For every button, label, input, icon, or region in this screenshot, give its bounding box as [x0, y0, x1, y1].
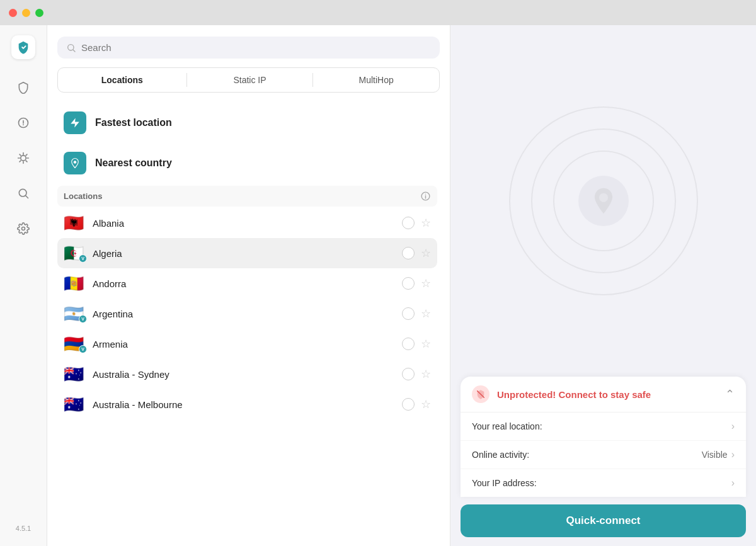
- info-row-ip[interactable]: Your IP address: ›: [461, 469, 746, 497]
- activity-chevron: ›: [731, 449, 735, 460]
- locations-section-header: Locations: [57, 186, 437, 207]
- country-name-australia-sydney: Australia - Sydney: [93, 369, 402, 380]
- albania-actions: ☆: [402, 217, 431, 229]
- country-name-argentina: Argentina: [93, 309, 402, 319]
- location-value: ›: [731, 421, 735, 432]
- vpn-center-logo: [578, 176, 629, 226]
- australia-sydney-favorite[interactable]: ☆: [421, 368, 431, 380]
- flag-andorra: 🇦🇩: [64, 275, 84, 292]
- close-button[interactable]: [9, 9, 17, 17]
- app-logo: [11, 35, 35, 59]
- country-name-andorra: Andorra: [93, 278, 402, 289]
- ip-value: ›: [731, 477, 735, 489]
- sidebar-item-virus[interactable]: [13, 147, 34, 169]
- shield-logo-icon: [16, 40, 30, 54]
- rings-container: [509, 106, 698, 295]
- country-name-australia-melbourne: Australia - Melbourne: [93, 399, 402, 410]
- vpn-logo-icon: [590, 187, 617, 215]
- country-row-australia-melbourne[interactable]: 🇦🇺 Australia - Melbourne ☆: [57, 389, 437, 419]
- armenia-actions: ☆: [402, 338, 431, 350]
- search-input[interactable]: [81, 42, 431, 53]
- andorra-favorite[interactable]: ☆: [421, 278, 431, 289]
- gear-icon: [17, 222, 30, 235]
- svg-line-14: [73, 50, 75, 52]
- country-name-armenia: Armenia: [93, 339, 402, 350]
- albania-favorite[interactable]: ☆: [421, 217, 431, 229]
- argentina-radio[interactable]: [402, 307, 415, 320]
- australia-melbourne-radio[interactable]: [402, 398, 415, 411]
- algeria-favorite[interactable]: ☆: [421, 247, 431, 259]
- sidebar-item-shield[interactable]: [13, 77, 34, 98]
- pin-icon: [69, 157, 81, 169]
- algeria-radio[interactable]: [402, 247, 415, 259]
- algeria-actions: ☆: [402, 247, 431, 259]
- ip-chevron: ›: [731, 477, 735, 489]
- section-header-text: Locations: [64, 191, 102, 201]
- info-icon[interactable]: [420, 191, 431, 202]
- australia-melbourne-actions: ☆: [402, 398, 431, 411]
- country-row-armenia[interactable]: 🇦🇲 V Armenia ☆: [57, 329, 437, 359]
- fastest-location-label: Fastest location: [95, 117, 172, 128]
- argentina-actions: ☆: [402, 307, 431, 320]
- flag-argentina: 🇦🇷 V: [64, 305, 84, 322]
- shield-slash-icon: [472, 385, 490, 403]
- albania-radio[interactable]: [402, 217, 415, 229]
- nearest-country-label: Nearest country: [95, 157, 172, 169]
- info-row-location[interactable]: Your real location: ›: [461, 412, 746, 441]
- quick-connect-button[interactable]: Quick-connect: [461, 504, 746, 537]
- svg-line-7: [26, 161, 27, 162]
- alert-icon: [17, 117, 30, 129]
- flag-armenia: 🇦🇲 V: [64, 336, 84, 352]
- armenia-favorite[interactable]: ☆: [421, 338, 431, 350]
- tab-locations[interactable]: Locations: [59, 69, 185, 91]
- country-name-albania: Albania: [93, 218, 402, 229]
- sidebar-item-alerts[interactable]: [13, 112, 34, 134]
- country-row-andorra[interactable]: 🇦🇩 Andorra ☆: [57, 268, 437, 299]
- sidebar: 4.5.1: [0, 25, 47, 546]
- expand-icon[interactable]: ⌃: [725, 387, 735, 401]
- fastest-location-item[interactable]: Fastest location: [57, 104, 437, 142]
- vpn-visual: [450, 25, 756, 377]
- svg-point-15: [74, 161, 77, 164]
- country-row-argentina[interactable]: 🇦🇷 V Argentina ☆: [57, 299, 437, 329]
- australia-melbourne-favorite[interactable]: ☆: [421, 399, 431, 410]
- andorra-radio[interactable]: [402, 277, 415, 290]
- andorra-actions: ☆: [402, 277, 431, 290]
- country-name-algeria: Algeria: [93, 248, 402, 259]
- bolt-icon: [69, 117, 81, 128]
- v-badge-armenia: V: [79, 345, 87, 353]
- unprotected-text: Unprotected! Connect to stay safe: [497, 389, 651, 400]
- sidebar-nav: [13, 77, 34, 525]
- tab-static-ip[interactable]: Static IP: [187, 69, 313, 91]
- minimize-button[interactable]: [22, 9, 30, 17]
- svg-point-18: [425, 194, 426, 195]
- location-chevron: ›: [731, 421, 735, 432]
- v-badge-algeria: V: [79, 254, 87, 263]
- country-row-algeria[interactable]: 🇩🇿 V Algeria ☆: [57, 238, 437, 268]
- search-bar[interactable]: [57, 37, 440, 59]
- maximize-button[interactable]: [35, 9, 43, 17]
- argentina-favorite[interactable]: ☆: [421, 308, 431, 319]
- tab-multihop[interactable]: MultiHop: [313, 69, 439, 91]
- svg-line-6: [20, 154, 21, 156]
- svg-line-8: [20, 161, 21, 162]
- virus-icon: [17, 152, 30, 164]
- unprotected-bar[interactable]: Unprotected! Connect to stay safe ⌃: [461, 377, 746, 412]
- country-row-australia-sydney[interactable]: 🇦🇺 Australia - Sydney ☆: [57, 359, 437, 389]
- sidebar-item-settings[interactable]: [13, 218, 34, 239]
- australia-sydney-actions: ☆: [402, 368, 431, 380]
- search-icon: [17, 187, 30, 200]
- nearest-country-item[interactable]: Nearest country: [57, 144, 437, 182]
- info-panel: Unprotected! Connect to stay safe ⌃ Your…: [461, 377, 746, 497]
- armenia-radio[interactable]: [402, 338, 415, 350]
- country-row-albania[interactable]: 🇦🇱 Albania ☆: [57, 208, 437, 238]
- location-list: Fastest location Nearest country Locatio…: [57, 104, 440, 546]
- right-panel: Unprotected! Connect to stay safe ⌃ Your…: [450, 25, 756, 546]
- info-row-activity[interactable]: Online activity: Visible ›: [461, 441, 746, 469]
- flag-albania: 🇦🇱: [64, 215, 84, 231]
- australia-sydney-radio[interactable]: [402, 368, 415, 380]
- titlebar: [0, 0, 756, 25]
- sidebar-item-search[interactable]: [13, 183, 34, 204]
- app-version: 4.5.1: [16, 525, 31, 536]
- fastest-icon: [64, 111, 86, 134]
